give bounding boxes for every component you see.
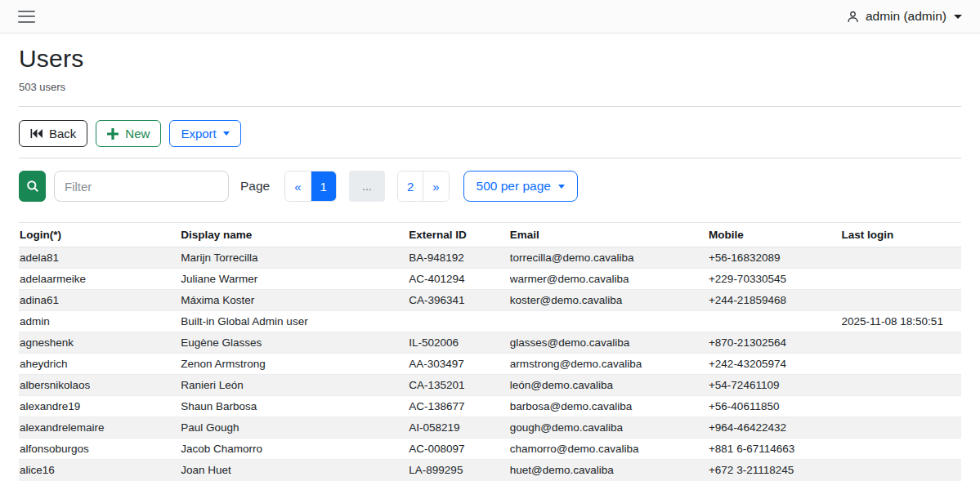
cell-display-name: Eugène Glasses [181,332,409,354]
column-header-login: Login(*) [19,223,181,247]
table-row[interactable]: adminBuilt-in Global Admin user2025-11-0… [19,311,961,332]
cell-login: admin [19,311,181,332]
cell-external-id [409,311,509,332]
per-page-dropdown[interactable]: 500 per page [463,171,578,202]
cell-mobile: +244-21859468 [709,290,842,311]
table-row[interactable]: aheydrichZenon ArmstrongAA-303497armstro… [19,354,961,375]
user-count: 503 users [19,81,961,93]
users-table-body: adela81Marijn TorrecillaBA-948192torreci… [19,247,961,481]
cell-mobile: +672 3-21118245 [709,460,842,481]
cell-login: alice16 [19,460,181,481]
column-header-display-name: Display name [181,223,409,247]
toolbar: Back New Export [19,120,961,147]
cell-login: alexandre19 [19,396,181,417]
cell-external-id: AA-303497 [409,354,509,375]
divider [19,106,961,107]
export-button-label: Export [181,127,216,140]
cell-email: barbosa@demo.cavaliba [510,396,709,417]
cell-login: aheydrich [19,354,181,375]
pagination-group: « 1 [284,171,337,202]
page-label: Page [240,179,270,194]
table-row[interactable]: adela81Marijn TorrecillaBA-948192torreci… [19,247,961,269]
cell-display-name: Joan Huet [181,460,409,481]
cell-display-name: Jacob Chamorro [181,439,409,460]
table-header-row: Login(*)Display nameExternal IDEmailMobi… [19,223,961,247]
pagination-prev[interactable]: « [285,172,311,201]
table-row[interactable]: adelaarmeikeJuliane WarmerAC-401294warme… [19,269,961,290]
cell-email: chamorro@demo.cavaliba [510,439,709,460]
cell-email: león@demo.cavaliba [510,375,709,396]
cell-email: warmer@demo.cavaliba [510,269,709,290]
table-row[interactable]: alice16Joan HuetLA-899295huet@demo.caval… [19,460,961,481]
new-button-label: New [125,127,150,140]
cell-login: adela81 [19,247,181,269]
table-row[interactable]: alexandrelemairePaul GoughAI-058219gough… [19,417,961,439]
cell-external-id: AC-008097 [409,439,509,460]
cell-external-id: IL-502006 [409,332,509,354]
cell-last-login [842,269,961,290]
cell-email: armstrong@demo.cavaliba [510,354,709,375]
search-button[interactable] [19,171,46,202]
cell-external-id: CA-396341 [409,290,509,311]
filter-input[interactable] [54,171,229,202]
cell-last-login [842,396,961,417]
cell-mobile: +54-72461109 [709,375,842,396]
cell-external-id: BA-948192 [409,247,509,269]
cell-external-id: AC-401294 [409,269,509,290]
cell-mobile: +242-43205974 [709,354,842,375]
column-header-email: Email [510,223,709,247]
cell-login: adelaarmeike [19,269,181,290]
pagination-group: 2 » [397,171,450,202]
cell-display-name: Máxima Koster [181,290,409,311]
chevron-down-icon [558,185,565,189]
users-table: Login(*)Display nameExternal IDEmailMobi… [19,222,961,481]
cell-login: alexandrelemaire [19,417,181,439]
table-row[interactable]: adina61Máxima KosterCA-396341koster@demo… [19,290,961,311]
table-row[interactable]: albersnikolaosRanieri LeónCA-135201león@… [19,375,961,396]
new-button[interactable]: New [96,120,161,147]
chevron-down-icon [954,15,962,19]
cell-last-login [842,247,961,269]
column-header-last-login: Last login [842,223,961,247]
cell-mobile: +881 6-67114663 [709,439,842,460]
user-menu-label: admin (admin) [866,9,946,24]
cell-mobile: +870-21302564 [709,332,842,354]
table-row[interactable]: agneshenkEugène GlassesIL-502006glasses@… [19,332,961,354]
cell-email: glasses@demo.cavaliba [510,332,709,354]
cell-last-login [842,332,961,354]
back-button[interactable]: Back [19,120,87,147]
cell-email: huet@demo.cavaliba [510,460,709,481]
cell-email: gough@demo.cavaliba [510,417,709,439]
export-button[interactable]: Export [169,120,240,147]
cell-login: albersnikolaos [19,375,181,396]
back-button-label: Back [49,127,76,140]
cell-display-name: Ranieri León [181,375,409,396]
table-row[interactable]: alexandre19Shaun BarbosaAC-138677barbosa… [19,396,961,417]
user-menu[interactable]: admin (admin) [846,9,962,24]
pagination: « 1 ... 2 » [284,171,449,202]
users-table-container: Login(*)Display nameExternal IDEmailMobi… [19,222,961,481]
pagination-page-1[interactable]: 1 [311,172,336,201]
cell-external-id: AI-058219 [409,417,509,439]
cell-mobile [709,311,842,332]
cell-external-id: AC-138677 [409,396,509,417]
rewind-icon [30,128,43,139]
search-icon [26,180,39,193]
page-title: Users [19,45,961,73]
cell-email: koster@demo.cavaliba [510,290,709,311]
column-header-mobile: Mobile [709,223,842,247]
cell-mobile: +229-70330545 [709,269,842,290]
column-header-external-id: External ID [409,223,509,247]
table-row[interactable]: alfonsoburgosJacob ChamorroAC-008097cham… [19,439,961,460]
pagination-page-2[interactable]: 2 [398,172,423,201]
cell-last-login [842,354,961,375]
cell-display-name: Shaun Barbosa [181,396,409,417]
pagination-ellipsis: ... [349,171,385,202]
cell-last-login [842,460,961,481]
cell-last-login [842,375,961,396]
cell-login: alfonsoburgos [19,439,181,460]
hamburger-menu-icon[interactable] [18,11,35,23]
cell-display-name: Built-in Global Admin user [181,311,409,332]
pagination-next[interactable]: » [423,172,448,201]
per-page-label: 500 per page [477,179,551,194]
